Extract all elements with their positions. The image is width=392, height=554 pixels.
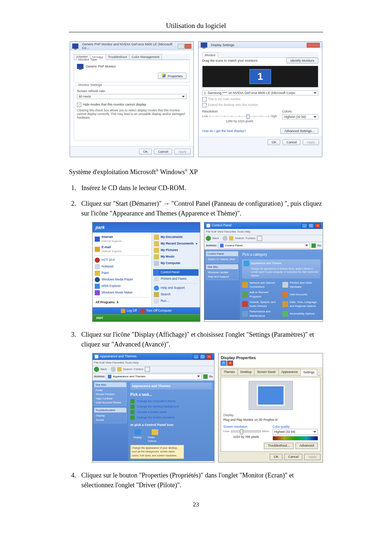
cat-addremove[interactable]: Add or Remove Programs: [242, 290, 280, 299]
up-icon[interactable]: [117, 367, 122, 372]
troubleshoot-button[interactable]: Troubleshoot...: [264, 443, 294, 449]
address-field[interactable]: Control Panel: [218, 243, 310, 249]
go-icon[interactable]: [203, 374, 208, 379]
tab-themes[interactable]: Themes: [221, 369, 238, 375]
user-account-link[interactable]: User Account Picture: [96, 401, 125, 405]
ok-button[interactable]: OK: [268, 139, 280, 145]
help-button[interactable]: ?: [221, 361, 226, 366]
task-resolution[interactable]: Change the screen resolution: [130, 415, 212, 420]
printers-faxes[interactable]: Printers and Faxes: [153, 276, 199, 282]
tab-settings[interactable]: Settings: [301, 369, 318, 376]
start-hct[interactable]: HCT 10.0: [94, 257, 150, 263]
back-icon[interactable]: [94, 367, 99, 372]
my-computer[interactable]: My Computer: [153, 260, 199, 267]
views-icon[interactable]: [257, 236, 262, 241]
monitor-layout-area[interactable]: 1: [202, 66, 318, 87]
resolution-slider[interactable]: Low High: [202, 114, 277, 118]
close-button[interactable]: [307, 43, 320, 48]
my-music[interactable]: My Music: [153, 254, 199, 260]
all-programs[interactable]: All Programs: [94, 299, 150, 306]
sound-troubleshoot-link[interactable]: Sound: [96, 418, 125, 422]
minimize-button[interactable]: _: [302, 223, 307, 228]
monitor-select[interactable]: 1. Samsung **** on NVIDIA GeForce 6600 L…: [202, 90, 318, 95]
close-button[interactable]: ×: [206, 354, 212, 359]
folder-options-icon[interactable]: Folder Options: [148, 429, 162, 443]
tab-troubleshoot[interactable]: Troubleshoot: [106, 54, 130, 59]
my-pictures[interactable]: My Pictures: [153, 247, 199, 254]
up-icon[interactable]: [229, 236, 233, 241]
views-icon[interactable]: [145, 367, 150, 372]
cat-dtlr[interactable]: Date, Time, Language, and Regional Optio…: [282, 300, 320, 308]
start-wmm[interactable]: Windows Movie Maker: [94, 290, 150, 296]
start-msn[interactable]: MSN Explorer: [94, 283, 150, 290]
logoff-button[interactable]: Log Off: [121, 308, 137, 313]
advanced-button[interactable]: Advanced: [295, 443, 318, 449]
back-icon[interactable]: [206, 236, 211, 241]
colors-select[interactable]: Highest (32 bit): [282, 114, 318, 119]
ok-button[interactable]: OK: [270, 454, 282, 460]
search-button[interactable]: Search: [235, 236, 244, 241]
apply-button[interactable]: Apply: [303, 139, 319, 145]
close-button[interactable]: ×: [315, 223, 320, 228]
cat-users[interactable]: User Accounts: [282, 290, 320, 299]
tab-desktop[interactable]: Desktop: [237, 369, 254, 375]
refresh-rate-select[interactable]: 60 Hertz: [77, 94, 187, 99]
windows-update-link[interactable]: Windows Update: [208, 270, 237, 274]
maximize-button[interactable]: ▢: [308, 223, 314, 228]
cat-perf[interactable]: Performance and Maintenance: [242, 309, 280, 318]
mouse-link[interactable]: Mouse Pointers: [96, 392, 125, 396]
search-item[interactable]: Search: [153, 291, 199, 298]
task-background[interactable]: Change the desktop background: [130, 405, 212, 409]
my-documents[interactable]: My Documents: [153, 234, 199, 241]
minimize-button[interactable]: [178, 44, 184, 49]
cancel-button[interactable]: Cancel: [154, 149, 172, 155]
minimize-button[interactable]: _: [193, 354, 199, 359]
properties-button[interactable]: Properties: [158, 73, 187, 79]
display-troubleshoot-link[interactable]: Display: [96, 414, 125, 418]
switch-classic-view[interactable]: Switch to Classic View: [208, 257, 237, 261]
task-screensaver[interactable]: Choose a screen saver: [130, 410, 212, 414]
resolution-slider[interactable]: [231, 430, 261, 432]
tab-color-management[interactable]: Color Management: [129, 54, 162, 59]
folders-button[interactable]: Folders: [134, 367, 143, 372]
tab-monitor[interactable]: Monitor: [202, 52, 218, 58]
menubar[interactable]: File Edit View Favorites Tools Help: [204, 229, 323, 235]
folders-button[interactable]: Folders: [246, 236, 256, 241]
close-button[interactable]: ×: [227, 361, 233, 366]
go-icon[interactable]: [311, 243, 316, 248]
tab-screen-saver[interactable]: Screen Saver: [254, 369, 279, 375]
close-button[interactable]: [185, 44, 191, 49]
menubar[interactable]: File Edit View Favorites Tools Help: [93, 360, 214, 366]
address-field[interactable]: Appearance and Themes: [106, 374, 201, 379]
task-theme[interactable]: Change the computer's theme: [130, 399, 212, 403]
cancel-button[interactable]: Cancel: [282, 139, 301, 145]
appearance-themes-highlight[interactable]: Appearance and Themes Change the appeara…: [242, 259, 320, 279]
maximize-button[interactable]: ▢: [200, 354, 205, 359]
best-display-link[interactable]: How do I get the best display?: [202, 129, 246, 133]
help-support[interactable]: Help and Support: [153, 285, 199, 291]
start-wmp[interactable]: Windows Media Player: [94, 276, 150, 283]
high-contrast-link[interactable]: High Contrast: [96, 397, 125, 401]
cat-access[interactable]: Accessibility Options: [282, 309, 320, 318]
cat-sounds[interactable]: Sounds, Speech, and Audio Devices: [242, 300, 280, 308]
start-paint[interactable]: Paint: [94, 270, 150, 276]
search-button[interactable]: Search: [123, 367, 132, 372]
cat-network[interactable]: Network and Internet Connections: [242, 281, 280, 289]
apply-button[interactable]: Apply: [304, 454, 320, 460]
apply-button[interactable]: Apply: [174, 149, 191, 155]
start-internet[interactable]: InternetInternet Explorer: [94, 234, 150, 244]
cat-printers[interactable]: Printers and Other Hardware: [282, 281, 320, 289]
hide-modes-checkbox[interactable]: ✓: [77, 103, 81, 107]
fonts-link[interactable]: Fonts: [96, 388, 125, 392]
start-notepad[interactable]: Notepad: [94, 263, 150, 270]
control-panel[interactable]: Control Panel: [153, 269, 199, 276]
turnoff-button[interactable]: Turn Off Computer: [140, 308, 172, 313]
start-button[interactable]: start: [93, 314, 200, 321]
start-email[interactable]: E-mailOutlook Express: [94, 244, 150, 254]
display-icon[interactable]: Display: [130, 429, 145, 443]
monitor-1-tile[interactable]: 1: [249, 69, 271, 84]
advanced-settings-button[interactable]: Advanced Settings...: [280, 128, 318, 134]
help-link[interactable]: Help and Support: [208, 275, 237, 279]
cancel-button[interactable]: Cancel: [284, 454, 302, 460]
identify-monitors-button[interactable]: Identify Monitors: [286, 58, 318, 63]
